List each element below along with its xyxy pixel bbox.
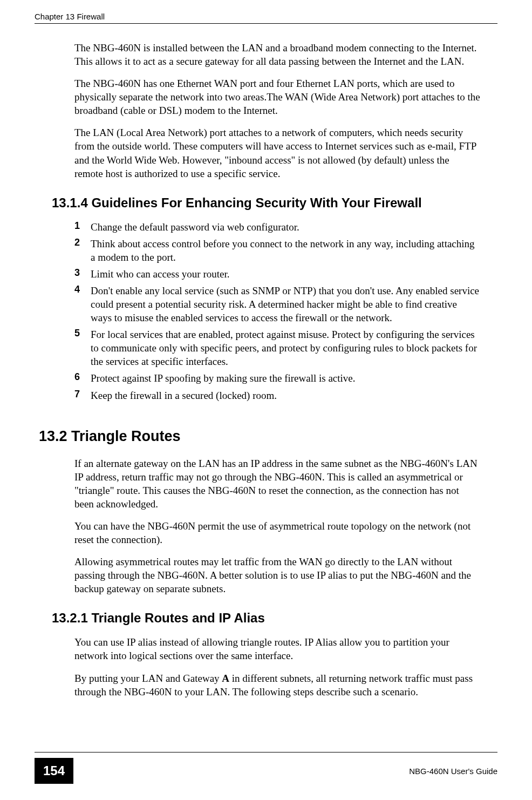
list-number: 2 — [74, 237, 91, 264]
section-13-2-1-heading: 13.2.1 Triangle Routes and IP Alias — [52, 611, 480, 626]
paragraph-8-bold: A — [222, 673, 229, 684]
guideline-item-1: 1 Change the default password via web co… — [52, 220, 480, 234]
list-number: 3 — [74, 267, 91, 281]
list-text: Keep the firewall in a secured (locked) … — [91, 389, 277, 402]
page-content: The NBG-460N is installed between the LA… — [0, 24, 532, 699]
guideline-item-6: 6 Protect against IP spoofing by making … — [52, 371, 480, 385]
paragraph-7: You can use IP alias instead of allowing… — [52, 635, 480, 662]
list-number: 1 — [74, 220, 91, 234]
guideline-item-2: 2 Think about access control before you … — [52, 237, 480, 264]
chapter-header: Chapter 13 Firewall — [35, 12, 105, 21]
list-number: 5 — [74, 328, 91, 368]
page-footer: 154 NBG-460N User's Guide — [0, 752, 532, 784]
list-number: 4 — [74, 284, 91, 324]
paragraph-8: By putting your LAN and Gateway A in dif… — [52, 672, 480, 699]
list-text: Don't enable any local service (such as … — [91, 284, 480, 324]
paragraph-4: If an alternate gateway on the LAN has a… — [52, 457, 480, 511]
list-text: Protect against IP spoofing by making su… — [91, 371, 356, 385]
page-number: 154 — [35, 758, 73, 784]
paragraph-6: Allowing asymmetrical routes may let tra… — [52, 555, 480, 595]
list-text: Limit who can access your router. — [91, 267, 229, 281]
section-13-2-heading: 13.2 Triangle Routes — [39, 428, 480, 445]
paragraph-8-pre: By putting your LAN and Gateway — [74, 673, 222, 684]
footer-divider — [35, 752, 497, 752]
guideline-item-7: 7 Keep the firewall in a secured (locked… — [52, 389, 480, 402]
guideline-item-5: 5 For local services that are enabled, p… — [52, 328, 480, 368]
list-text: Think about access control before you co… — [91, 237, 480, 264]
paragraph-2: The NBG-460N has one Ethernet WAN port a… — [52, 77, 480, 117]
section-13-1-4-heading: 13.1.4 Guidelines For Enhancing Security… — [52, 195, 480, 211]
guideline-item-3: 3 Limit who can access your router. — [52, 267, 480, 281]
list-text: For local services that are enabled, pro… — [91, 328, 480, 368]
list-text: Change the default password via web conf… — [91, 220, 299, 234]
guide-name: NBG-460N User's Guide — [409, 767, 497, 776]
paragraph-5: You can have the NBG-460N permit the use… — [52, 519, 480, 546]
list-number: 7 — [74, 389, 91, 402]
list-number: 6 — [74, 371, 91, 385]
paragraph-3: The LAN (Local Area Network) port attach… — [52, 126, 480, 180]
guideline-item-4: 4 Don't enable any local service (such a… — [52, 284, 480, 324]
paragraph-1: The NBG-460N is installed between the LA… — [52, 41, 480, 68]
